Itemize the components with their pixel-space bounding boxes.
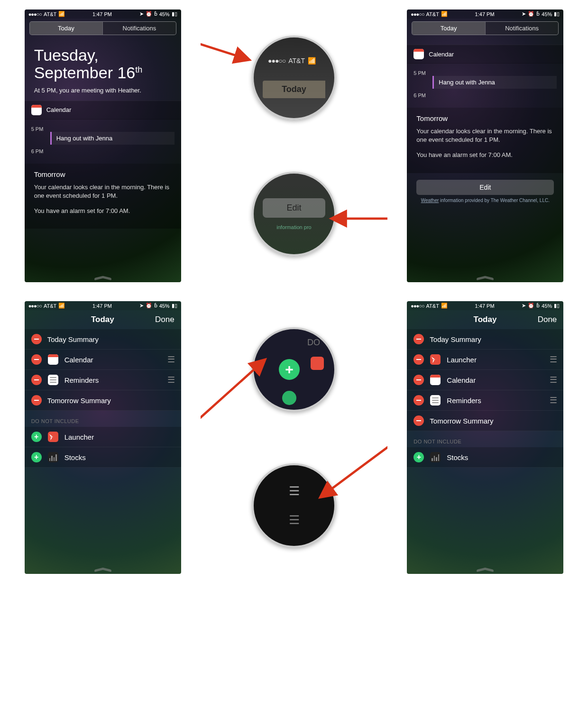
time-5pm: 5 PM xyxy=(413,70,426,76)
time-6pm: 6 PM xyxy=(31,148,44,154)
today-summary-text: At 5 PM, you are meeting with Heather. xyxy=(25,87,181,101)
tomorrow-section: Tomorrow Your calendar looks clear in th… xyxy=(25,164,181,229)
do-not-include-label: DO NOT INCLUDE xyxy=(25,411,181,427)
today-notifications-segmented: Today Notifications xyxy=(29,21,176,35)
reminders-icon xyxy=(48,375,58,385)
clock-label: 1:47 PM xyxy=(475,11,495,17)
row-calendar: Calendar ☰ xyxy=(407,370,563,390)
carrier-label: AT&T xyxy=(44,303,56,309)
row-stocks: Stocks xyxy=(407,447,563,468)
row-reminders: Reminders ☰ xyxy=(25,370,181,390)
alarm-text: You have an alarm set for 7:00 AM. xyxy=(416,151,554,159)
tomorrow-section: Tomorrow Your calendar looks clear in th… xyxy=(407,108,563,173)
drag-handle-icon[interactable]: ☰ xyxy=(167,354,175,365)
calendar-widget-header: Calendar xyxy=(25,101,181,120)
battery-icon: ▮▯ xyxy=(172,303,177,309)
location-icon: ➤ xyxy=(139,11,144,17)
tab-today[interactable]: Today xyxy=(30,22,103,35)
drag-handle-icon[interactable]: ☰ xyxy=(550,354,557,365)
bluetooth-icon: ɓ xyxy=(536,303,540,309)
remove-icon[interactable] xyxy=(413,415,424,426)
remove-icon[interactable] xyxy=(31,395,42,406)
phone-edit-widgets-before: ●●●○○ AT&T 📶 1:47 PM ➤ ⏰ ɓ 45% ▮▯ Today … xyxy=(25,301,181,574)
add-icon[interactable] xyxy=(413,452,424,462)
remove-icon[interactable] xyxy=(413,334,424,344)
stocks-icon xyxy=(430,452,441,462)
phone-today-view-scrolled: ●●●○○ AT&T 📶 1:47 PM ➤ ⏰ ɓ 45% ▮▯ Today … xyxy=(407,9,563,282)
grabber-icon[interactable] xyxy=(94,276,111,279)
remove-icon[interactable] xyxy=(31,354,42,365)
add-icon[interactable] xyxy=(31,452,42,462)
date-heading: Tuesday, September 16th xyxy=(25,38,181,87)
time-5pm: 5 PM xyxy=(31,126,44,132)
remove-icon[interactable] xyxy=(31,334,42,344)
clock-label: 1:47 PM xyxy=(92,11,112,17)
calendar-widget-header: Calendar xyxy=(407,45,563,64)
row-today-summary: Today Summary xyxy=(407,329,563,350)
remove-icon[interactable] xyxy=(413,375,424,385)
reminders-icon xyxy=(430,395,441,406)
add-icon[interactable] xyxy=(31,432,42,442)
remove-icon[interactable] xyxy=(413,395,424,406)
drag-handle-icon[interactable]: ☰ xyxy=(550,375,557,385)
zoom-launcher-icon xyxy=(311,357,324,370)
calendar-event[interactable]: Hang out with Jenna xyxy=(50,132,175,145)
battery-icon: ▮▯ xyxy=(172,11,177,17)
drag-handle-icon[interactable]: ☰ xyxy=(167,375,175,385)
nav-title: Today xyxy=(432,315,537,324)
zoom-edit-info: information pro xyxy=(276,224,311,230)
weather-link[interactable]: Weather xyxy=(421,198,439,203)
grabber-icon[interactable] xyxy=(477,276,494,279)
zoom-drag-handle: ☰ ☰ xyxy=(252,463,336,548)
alarm-icon: ⏰ xyxy=(146,11,152,17)
row-tomorrow-summary: Tomorrow Summary xyxy=(25,390,181,411)
row-calendar: Calendar ☰ xyxy=(25,350,181,370)
monthday-label: September 16 xyxy=(34,64,136,82)
zoom-edit-button: Edit information pro xyxy=(252,172,336,256)
battery-pct: 45% xyxy=(542,303,552,309)
calendar-icon xyxy=(48,354,58,365)
remove-icon[interactable] xyxy=(31,375,42,385)
bluetooth-icon: ɓ xyxy=(154,11,157,17)
calendar-icon xyxy=(430,375,441,385)
calendar-label: Calendar xyxy=(46,106,72,113)
status-bar: ●●●○○ AT&T 📶 1:47 PM ➤ ⏰ ɓ 45% ▮▯ xyxy=(407,9,563,18)
tab-today[interactable]: Today xyxy=(412,22,485,35)
edit-button[interactable]: Edit xyxy=(416,180,554,195)
drag-handle-icon[interactable]: ☰ xyxy=(550,395,557,406)
alarm-icon: ⏰ xyxy=(146,303,152,309)
grabber-icon[interactable] xyxy=(94,567,111,571)
today-notifications-segmented: Today Notifications xyxy=(412,21,559,35)
zoom-handle-icon-2: ☰ xyxy=(289,513,299,527)
zoom-edit-label: Edit xyxy=(263,198,325,218)
calendar-widget-body: 5 PM Hang out with Jenna 6 PM xyxy=(407,64,563,108)
bluetooth-icon: ɓ xyxy=(154,303,157,309)
zoom-today-tab: ●●●○○AT&T 📶 Today xyxy=(252,36,336,120)
done-button[interactable]: Done xyxy=(538,315,557,324)
time-6pm: 6 PM xyxy=(413,92,426,98)
battery-icon: ▮▯ xyxy=(554,11,560,17)
tomorrow-text: Your calendar looks clear in the morning… xyxy=(416,127,554,144)
calendar-icon xyxy=(31,105,42,115)
zoom-do-label: DO xyxy=(307,338,320,348)
calendar-label: Calendar xyxy=(429,51,454,58)
row-reminders: Reminders ☰ xyxy=(407,390,563,411)
clock-label: 1:47 PM xyxy=(475,303,495,309)
wifi-icon: 📶 xyxy=(441,11,448,17)
remove-icon[interactable] xyxy=(413,354,424,365)
done-button[interactable]: Done xyxy=(155,315,175,324)
zoom-add-launcher: DO + xyxy=(252,327,336,412)
row-stocks: Stocks xyxy=(25,447,181,468)
grabber-icon[interactable] xyxy=(477,567,494,571)
carrier-label: AT&T xyxy=(426,11,439,17)
launcher-icon xyxy=(430,354,441,365)
tab-notifications[interactable]: Notifications xyxy=(102,22,176,35)
calendar-icon xyxy=(413,49,424,59)
calendar-event[interactable]: Hang out with Jenna xyxy=(432,76,557,89)
ordinal-label: th xyxy=(135,65,142,74)
zoom-carrier: AT&T xyxy=(288,57,305,65)
tab-notifications[interactable]: Notifications xyxy=(485,22,559,35)
carrier-label: AT&T xyxy=(44,11,56,17)
wifi-icon: 📶 xyxy=(58,11,65,17)
row-today-summary: Today Summary xyxy=(25,329,181,350)
